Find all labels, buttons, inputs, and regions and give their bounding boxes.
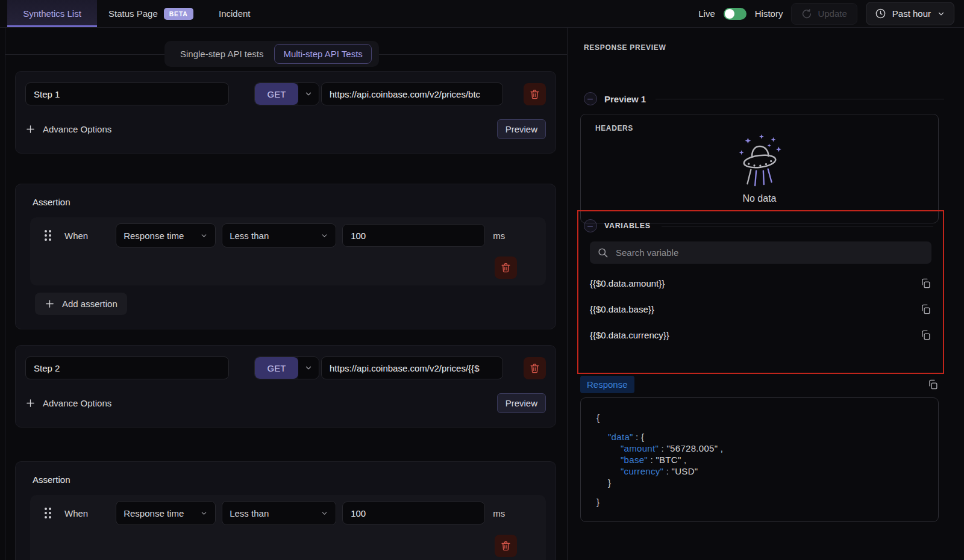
headers-panel: HEADERS: [580, 114, 939, 223]
plus-icon: [25, 124, 36, 134]
update-button[interactable]: Update: [791, 3, 857, 25]
live-history-toggle[interactable]: [724, 8, 746, 20]
plus-icon: [45, 299, 55, 309]
nav-tab-synthetics-list[interactable]: Synthetics List: [7, 0, 97, 27]
response-chip[interactable]: Response: [580, 376, 634, 393]
code-line: "base" : "BTC" ,: [596, 454, 938, 465]
assertion-operator-select[interactable]: Less than: [222, 501, 336, 525]
copy-variable-button[interactable]: [920, 278, 931, 289]
add-assertion-button[interactable]: Add assertion: [35, 293, 127, 315]
variable-item: {{$0.data.base}}: [590, 296, 931, 322]
advance-options-button[interactable]: Advance Options: [25, 124, 111, 134]
chevron-down-icon: [200, 232, 208, 240]
code-line: "data" : {: [596, 431, 938, 443]
assertion-operator-value: Less than: [230, 231, 321, 241]
copy-response-button[interactable]: [927, 379, 939, 390]
nav-tab-status-page[interactable]: Status Page BETA: [108, 0, 193, 27]
code-line: "currency" : "USD": [596, 465, 938, 477]
response-preview-panel: RESPONSE PREVIEW Preview 1 HEADERS: [567, 28, 964, 560]
chevron-down-icon: [937, 10, 945, 18]
no-data-text: No data: [581, 193, 938, 204]
chevron-down-icon: [298, 83, 319, 105]
method-select[interactable]: GET: [254, 82, 319, 105]
delete-assertion-button[interactable]: [495, 535, 517, 557]
assertion-card-2: Assertion When Response time Less than m…: [15, 461, 556, 560]
drag-handle[interactable]: [45, 508, 51, 518]
time-range-label: Past hour: [892, 8, 931, 19]
assertion-type-value: Response time: [124, 231, 200, 241]
variable-item: {{$0.data.currency}}: [590, 322, 931, 348]
variables-header: VARIABLES: [584, 219, 933, 232]
preview-button[interactable]: Preview: [497, 119, 546, 139]
test-mode-tabs: Single-step API tests Multi-step API Tes…: [164, 41, 379, 67]
assertion-type-select[interactable]: Response time: [116, 501, 216, 525]
chevron-down-icon: [298, 357, 319, 379]
trash-icon: [529, 89, 540, 100]
code-line: "amount" : "56728.005" ,: [596, 443, 938, 454]
method-select[interactable]: GET: [254, 356, 319, 379]
clock-icon: [875, 8, 886, 19]
url-input[interactable]: [321, 82, 503, 105]
method-value: GET: [255, 83, 298, 105]
variable-search: [590, 241, 931, 264]
plus-icon: [25, 398, 36, 408]
step-card-2: GET: [15, 345, 556, 428]
collapse-minus-icon[interactable]: [584, 219, 597, 232]
assertion-operator-select[interactable]: Less than: [222, 223, 336, 247]
variable-search-input[interactable]: [616, 247, 924, 258]
assertion-type-value: Response time: [124, 508, 200, 518]
url-input[interactable]: [321, 356, 503, 379]
toggle-knob: [725, 9, 734, 19]
method-value: GET: [255, 357, 298, 379]
search-icon: [597, 247, 609, 258]
assertion-card-1: Assertion When Response time Less than m…: [15, 184, 556, 329]
chevron-down-icon: [321, 509, 328, 517]
assertion-value-input[interactable]: [342, 502, 485, 524]
chevron-down-icon: [321, 232, 328, 240]
delete-assertion-button[interactable]: [495, 257, 517, 279]
delete-step-button[interactable]: [524, 83, 546, 105]
copy-variable-button[interactable]: [920, 329, 931, 341]
time-range-button[interactable]: Past hour: [866, 2, 954, 25]
divider: [656, 99, 944, 99]
tab-single-step-api-tests[interactable]: Single-step API tests: [172, 44, 272, 64]
nav-tab-incident[interactable]: Incident: [219, 0, 251, 27]
response-preview-title: RESPONSE PREVIEW: [584, 43, 666, 52]
assertion-row: When Response time Less than ms: [45, 223, 531, 247]
beta-badge: BETA: [164, 8, 193, 20]
copy-icon: [927, 379, 939, 390]
advance-options-button[interactable]: Advance Options: [25, 398, 111, 408]
nav-right-controls: Live History Update Past hour: [698, 0, 954, 27]
divider: [662, 226, 933, 226]
variables-list: {{$0.data.amount}} {{$0.data.base}} {{$0…: [590, 270, 931, 348]
variables-section: VARIABLES {{$0.data.amount}} {{$0.data.b…: [577, 210, 944, 374]
assertion-type-select[interactable]: Response time: [116, 223, 216, 247]
delete-step-button[interactable]: [524, 357, 546, 379]
variable-name: {{$0.data.base}}: [590, 304, 654, 314]
copy-icon: [920, 303, 931, 315]
collapse-minus-icon[interactable]: [584, 92, 597, 105]
trash-icon: [500, 540, 512, 552]
advance-options-label: Advance Options: [43, 124, 111, 134]
trash-icon: [529, 362, 540, 374]
step-name-input[interactable]: [25, 82, 229, 105]
assertion-panel: When Response time Less than ms: [30, 217, 546, 285]
nav-tab-label: Incident: [219, 8, 251, 19]
step-options-row: Advance Options Preview: [25, 393, 546, 413]
assertion-value-input[interactable]: [342, 224, 485, 247]
variable-item: {{$0.data.amount}}: [590, 270, 931, 296]
variable-name: {{$0.data.amount}}: [590, 278, 665, 288]
live-label: Live: [698, 8, 715, 19]
when-label: When: [64, 231, 88, 241]
copy-icon: [920, 329, 931, 341]
test-editor-panel: Single-step API tests Multi-step API Tes…: [5, 28, 567, 560]
preview-button[interactable]: Preview: [497, 393, 546, 413]
drag-handle[interactable]: [45, 230, 51, 241]
add-assertion-label: Add assertion: [62, 299, 117, 309]
assertion-row: When Response time Less than ms: [45, 501, 531, 525]
headers-title: HEADERS: [595, 124, 633, 132]
tab-multi-step-api-tests[interactable]: Multi-step API Tests: [274, 44, 371, 64]
step-name-input[interactable]: [25, 356, 229, 379]
assertion-panel: When Response time Less than ms: [30, 495, 546, 560]
copy-variable-button[interactable]: [920, 303, 931, 315]
